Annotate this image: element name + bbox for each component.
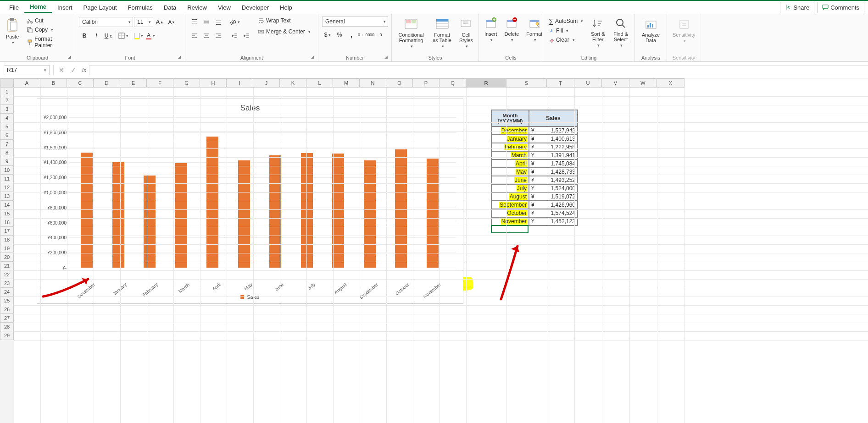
delete-cells-button[interactable]: Delete▾	[503, 16, 521, 43]
sort-filter-button[interactable]: Sort & Filter▾	[589, 16, 607, 49]
cell-styles-button[interactable]: Cell Styles▾	[457, 16, 475, 49]
row-header-8[interactable]: 8	[0, 148, 14, 157]
col-header-X[interactable]: X	[657, 78, 684, 88]
row-header-5[interactable]: 5	[0, 122, 14, 131]
table-month-cell[interactable]: April	[491, 159, 529, 168]
align-top-button[interactable]	[189, 16, 200, 27]
row-header-3[interactable]: 3	[0, 105, 14, 114]
row-header-7[interactable]: 7	[0, 140, 14, 148]
row-header-9[interactable]: 9	[0, 157, 14, 166]
menu-data[interactable]: Data	[158, 2, 182, 13]
number-dialog-launcher[interactable]: ◢	[384, 55, 388, 59]
increase-font-button[interactable]: A▲	[154, 16, 165, 27]
chart-bar[interactable]	[81, 153, 93, 268]
row-header-18[interactable]: 18	[0, 236, 14, 244]
chart-bar[interactable]	[175, 163, 187, 268]
increase-indent-button[interactable]	[241, 30, 252, 41]
row-header-10[interactable]: 10	[0, 166, 14, 175]
enter-formula-button[interactable]: ✓	[67, 66, 79, 74]
col-header-S[interactable]: S	[506, 78, 547, 88]
col-header-G[interactable]: G	[173, 78, 200, 88]
row-header-14[interactable]: 14	[0, 201, 14, 209]
row-header-27[interactable]: 27	[0, 314, 14, 323]
row-header-12[interactable]: 12	[0, 183, 14, 192]
row-header-17[interactable]: 17	[0, 227, 14, 236]
menu-home[interactable]: Home	[24, 1, 52, 13]
chart-bar[interactable]	[364, 160, 376, 268]
menu-page-layout[interactable]: Page Layout	[78, 2, 122, 13]
font-size-select[interactable]: 11▾	[134, 17, 153, 27]
table-row[interactable]: September¥1,426,960	[491, 201, 578, 209]
orientation-button[interactable]: ab▾	[229, 16, 240, 27]
chart-bar[interactable]	[206, 137, 218, 268]
number-format-select[interactable]: General▾	[322, 16, 388, 27]
table-row[interactable]: April¥1,745,084	[491, 159, 578, 168]
decrease-decimal-button[interactable]: .00→.0	[370, 29, 381, 40]
chart-bar[interactable]	[112, 162, 124, 268]
col-header-P[interactable]: P	[413, 78, 440, 88]
row-header-22[interactable]: 22	[0, 270, 14, 279]
table-sales-cell[interactable]: ¥1,527,942	[529, 126, 578, 135]
find-select-button[interactable]: Find & Select▾	[611, 16, 631, 49]
format-as-table-button[interactable]: Format as Table▾	[430, 16, 454, 49]
row-header-26[interactable]: 26	[0, 305, 14, 314]
underline-button[interactable]: U▾	[103, 30, 114, 41]
row-header-25[interactable]: 25	[0, 297, 14, 305]
align-left-button[interactable]	[189, 30, 200, 41]
table-sales-cell[interactable]: ¥1,524,000	[529, 184, 578, 192]
menu-view[interactable]: View	[212, 2, 236, 13]
table-month-cell[interactable]: March	[491, 151, 529, 159]
chart-bar[interactable]	[395, 149, 407, 268]
row-header-4[interactable]: 4	[0, 114, 14, 122]
comments-button[interactable]: Comments	[817, 2, 864, 13]
col-header-Q[interactable]: Q	[440, 78, 466, 88]
col-header-K[interactable]: K	[280, 78, 306, 88]
select-all-corner[interactable]	[0, 78, 14, 88]
fill-color-button[interactable]: ▾	[133, 30, 144, 41]
font-name-select[interactable]: Calibri▾	[79, 17, 133, 27]
col-header-F[interactable]: F	[147, 78, 173, 88]
row-header-1[interactable]: 1	[0, 88, 14, 96]
format-painter-button[interactable]: Format Painter	[25, 35, 71, 49]
table-row[interactable]: January¥1,400,613	[491, 135, 578, 143]
font-color-button[interactable]: A▾	[145, 30, 156, 41]
col-header-W[interactable]: W	[629, 78, 657, 88]
fill-button[interactable]: Fill▾	[547, 27, 585, 35]
col-header-B[interactable]: B	[40, 78, 67, 88]
row-header-19[interactable]: 19	[0, 244, 14, 253]
formula-input[interactable]	[89, 65, 868, 75]
decrease-font-button[interactable]: A▼	[166, 16, 177, 27]
chart-bar[interactable]	[332, 154, 344, 268]
menu-formulas[interactable]: Formulas	[122, 2, 158, 13]
decrease-indent-button[interactable]	[229, 30, 240, 41]
table-sales-cell[interactable]: ¥1,745,084	[529, 159, 578, 168]
table-row[interactable]: October¥1,574,524	[491, 209, 578, 217]
fx-icon[interactable]: fx	[79, 67, 89, 73]
row-header-15[interactable]: 15	[0, 209, 14, 218]
align-bottom-button[interactable]	[213, 16, 224, 27]
row-header-21[interactable]: 21	[0, 262, 14, 270]
row-header-29[interactable]: 29	[0, 331, 14, 340]
align-right-button[interactable]	[213, 30, 224, 41]
conditional-formatting-button[interactable]: Conditional Formatting▾	[395, 16, 427, 49]
col-header-H[interactable]: H	[200, 78, 227, 88]
format-cells-button[interactable]: Format▾	[524, 16, 544, 43]
sales-chart[interactable]: Sales ¥-¥200,000¥400,000¥600,000¥800,000…	[37, 99, 463, 304]
copy-button[interactable]: Copy▾	[25, 26, 71, 34]
table-month-cell[interactable]: October	[491, 209, 529, 217]
table-month-cell[interactable]: January	[491, 135, 529, 143]
table-sales-cell[interactable]: ¥1,222,958	[529, 143, 578, 151]
col-header-D[interactable]: D	[94, 78, 120, 88]
table-row[interactable]: December¥1,527,942	[491, 126, 578, 135]
col-header-R[interactable]: R	[466, 78, 506, 88]
insert-cells-button[interactable]: Insert▾	[483, 16, 499, 43]
table-header-sales[interactable]: Sales	[529, 110, 578, 126]
menu-review[interactable]: Review	[182, 2, 212, 13]
italic-button[interactable]: I	[91, 30, 102, 41]
chart-bar[interactable]	[238, 160, 250, 268]
col-header-O[interactable]: O	[386, 78, 413, 88]
share-button[interactable]: Share	[780, 2, 814, 13]
chart-bar[interactable]	[144, 176, 156, 268]
row-header-20[interactable]: 20	[0, 253, 14, 262]
accounting-format-button[interactable]: $▾	[322, 29, 333, 40]
